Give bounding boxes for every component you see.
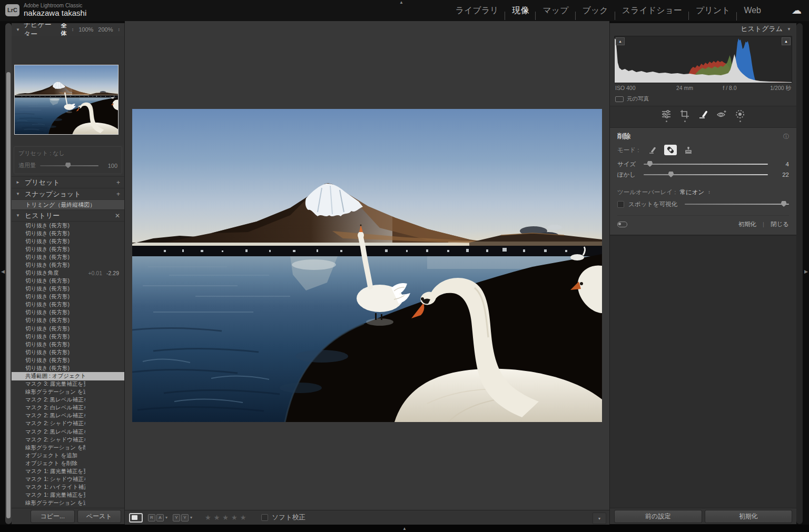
history-step[interactable]: 切り抜き (長方形): [12, 222, 124, 229]
reference-view-dropdown-icon[interactable]: ▾: [165, 515, 167, 520]
size-slider-thumb[interactable]: [647, 161, 653, 167]
info-icon[interactable]: ⓘ: [783, 133, 789, 140]
history-step[interactable]: 切り抜き (長方形): [12, 309, 124, 317]
module-tab[interactable]: Web: [737, 6, 768, 15]
navigator-header[interactable]: ▼ ナビゲーター 全体 ↕ 100% 200% ↕: [12, 23, 124, 36]
history-step[interactable]: マスク 2: 黒レベル補正を更新: [12, 428, 124, 436]
zoom-fit-option[interactable]: 全体: [61, 23, 67, 37]
soft-proof-checkbox[interactable]: [261, 514, 268, 521]
zoom-fit-updown-icon[interactable]: ↕: [72, 27, 74, 32]
history-step[interactable]: 切り抜き (長方形): [12, 348, 124, 356]
original-photo-toggle[interactable]: 元の写真: [615, 95, 791, 103]
left-panel-collapse-icon[interactable]: ◀: [1, 269, 5, 274]
mode-heal-button[interactable]: [664, 145, 677, 155]
feather-slider-thumb[interactable]: [668, 172, 674, 177]
copy-button[interactable]: コピー...: [31, 510, 75, 523]
reference-view-letter[interactable]: A: [156, 514, 164, 521]
preset-amount-slider-thumb[interactable]: [65, 163, 71, 168]
snapshots-header[interactable]: ▼ スナップショット +: [12, 188, 124, 199]
history-step[interactable]: 切り抜き (長方形): [12, 301, 124, 309]
previous-settings-button[interactable]: 前の設定: [614, 510, 702, 523]
history-step[interactable]: 切り抜き角度 +0.01 -2.29: [12, 269, 124, 277]
history-step[interactable]: マスク 2: 白レベル補正を更新: [12, 404, 124, 412]
before-after-view-button[interactable]: YY: [173, 514, 189, 521]
history-step[interactable]: 切り抜き (長方形): [12, 293, 124, 301]
history-step[interactable]: マスク 1: 露光量補正を更新: [12, 491, 124, 499]
history-step[interactable]: オブジェクト を削除: [12, 459, 124, 467]
history-step[interactable]: 線形グラデーション を追加: [12, 499, 124, 507]
mode-clone-button[interactable]: [682, 145, 695, 155]
history-step[interactable]: マスク 1: 露光量補正を更新: [12, 467, 124, 475]
history-step[interactable]: 切り抜き (長方形): [12, 333, 124, 340]
shadow-clipping-indicator[interactable]: ▲: [616, 37, 625, 45]
red-eye-tool[interactable]: [716, 109, 727, 122]
loupe-view-button[interactable]: [129, 513, 143, 523]
module-tab[interactable]: マップ: [536, 5, 575, 16]
visualize-spots-slider-thumb[interactable]: [781, 201, 786, 207]
remove-close-button[interactable]: 閉じる: [771, 220, 789, 228]
tool-overlay-updown-icon[interactable]: ↕: [708, 189, 711, 195]
add-preset-button[interactable]: +: [116, 179, 120, 186]
left-panel-scrollbar[interactable]: [5, 23, 12, 524]
history-step[interactable]: マスク 1: シャドウ補正を更新: [12, 476, 124, 484]
photo-canvas[interactable]: [132, 109, 602, 422]
paste-button[interactable]: ペースト: [77, 510, 122, 523]
disclosure-triangle-icon[interactable]: ▼: [787, 27, 791, 32]
disclosure-triangle-icon[interactable]: ▼: [16, 192, 21, 196]
right-panel-collapse-icon[interactable]: ▶: [804, 269, 808, 274]
disclosure-triangle-icon[interactable]: ▼: [16, 27, 20, 32]
history-step[interactable]: 切り抜き (長方形): [12, 253, 124, 261]
preset-amount-slider[interactable]: [40, 165, 98, 166]
history-step[interactable]: 切り抜き (長方形): [12, 356, 124, 364]
top-panel-collapse-icon[interactable]: ▲: [399, 0, 403, 5]
visualize-spots-checkbox[interactable]: [617, 201, 624, 208]
histogram-header[interactable]: ヒストグラム ▼: [610, 23, 796, 35]
history-step[interactable]: 切り抜き (長方形): [12, 277, 124, 285]
filmstrip-collapse-icon[interactable]: ▲: [402, 526, 407, 531]
crop-tool[interactable]: [679, 109, 690, 122]
history-step[interactable]: マスク 2: 黒レベル補正を更新: [12, 396, 124, 404]
basic-adjust-tool[interactable]: [660, 109, 672, 122]
module-tab[interactable]: ライブラリ: [449, 5, 506, 16]
remove-reset-button[interactable]: 初期化: [738, 220, 757, 228]
history-step[interactable]: マスク 1: ハイライト補正を更新: [12, 484, 124, 491]
disclosure-triangle-icon[interactable]: ►: [16, 180, 21, 185]
disclosure-triangle-icon[interactable]: ▼: [16, 213, 21, 218]
star-rating[interactable]: ★★★★★: [205, 514, 249, 521]
presets-header[interactable]: ► プリセット +: [12, 176, 124, 188]
masking-tool[interactable]: [734, 109, 746, 122]
history-step[interactable]: 切り抜き (長方形): [12, 340, 124, 348]
module-tab[interactable]: ブック: [576, 5, 615, 16]
history-step[interactable]: マスク 3: 露光量補正を更新: [12, 380, 124, 388]
module-tab[interactable]: スライドショー: [615, 5, 689, 16]
snapshot-item[interactable]: トリミング（最終縦構図）: [12, 199, 124, 209]
history-step[interactable]: 切り抜き (長方形): [12, 261, 124, 269]
toolbar-options-chevron[interactable]: ▾: [593, 513, 606, 524]
reset-button[interactable]: 初期化: [705, 510, 793, 523]
history-step[interactable]: 線形グラデーション を追加: [12, 388, 124, 396]
reference-view-button[interactable]: RA: [148, 514, 164, 521]
history-step[interactable]: 線形グラデーション を削除: [12, 444, 124, 451]
highlight-clipping-indicator[interactable]: ▲: [782, 37, 791, 45]
remove-tool-active[interactable]: [697, 109, 709, 122]
navigator-thumbnail[interactable]: [14, 65, 119, 135]
clear-history-button[interactable]: ✕: [115, 212, 120, 219]
before-after-dropdown-icon[interactable]: ▾: [190, 515, 192, 520]
mode-eraser-button[interactable]: [646, 145, 659, 155]
histogram-display[interactable]: ▲ ▲: [614, 36, 792, 83]
tool-enable-switch[interactable]: [617, 222, 627, 227]
history-step[interactable]: 切り抜き (長方形): [12, 229, 124, 237]
left-panel-scrollbar-thumb[interactable]: [6, 72, 11, 518]
history-header[interactable]: ▼ ヒストリー ✕: [12, 209, 124, 221]
history-step[interactable]: オブジェクト を追加: [12, 451, 124, 459]
history-step[interactable]: マスク 2: 黒レベル補正を更新: [12, 412, 124, 420]
history-step[interactable]: 切り抜き (長方形): [12, 285, 124, 293]
history-step[interactable]: 共通範囲 : オブジェクト: [12, 372, 124, 380]
history-step[interactable]: 切り抜き (長方形): [12, 364, 124, 372]
history-step[interactable]: 切り抜き (長方形): [12, 325, 124, 333]
history-step[interactable]: マスク 2: シャドウ補正を更新: [12, 436, 124, 444]
cloud-sync-icon[interactable]: ☁: [792, 4, 802, 16]
right-panel-scrollbar[interactable]: [796, 23, 803, 524]
feather-slider[interactable]: [644, 174, 768, 175]
zoom-100-option[interactable]: 100%: [78, 26, 93, 33]
